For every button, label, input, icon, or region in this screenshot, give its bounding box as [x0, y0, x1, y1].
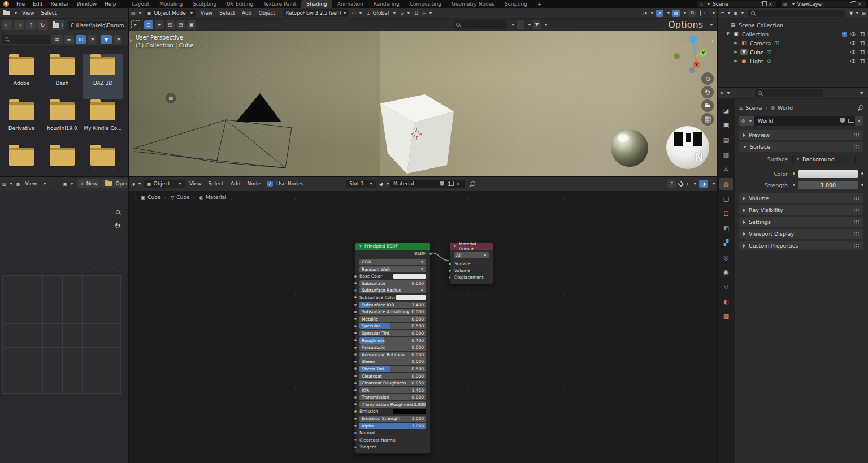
world-name-field[interactable]: World	[754, 116, 855, 126]
color-swatch[interactable]	[396, 295, 426, 300]
display-thumbnails-button[interactable]: ⊞	[76, 35, 86, 44]
node-row[interactable]: Subsurface Radius	[359, 287, 426, 293]
curve-falloff-icon[interactable]: ◠	[352, 11, 356, 16]
topbar-menu-item[interactable]: Edit	[29, 1, 46, 7]
data-badge-icon[interactable]: ▽	[766, 49, 773, 55]
pin-icon[interactable]	[858, 104, 864, 110]
view-layer-selector[interactable]: ▥ ViewLayer ×	[781, 1, 866, 7]
node-row[interactable]: Sheen Tint 0.500	[359, 366, 426, 372]
node-row[interactable]: Subsurface Anisotropy 0.000	[359, 309, 426, 315]
collapsed-panel[interactable]: Custom Properties	[739, 241, 863, 250]
input-socket[interactable]	[354, 438, 357, 442]
up-button[interactable]: ↑	[25, 20, 36, 30]
file-search-input[interactable]	[2, 35, 50, 44]
input-socket[interactable]	[354, 282, 357, 285]
expand-icon[interactable]: ▶	[734, 59, 738, 63]
material-icon[interactable]: ◕	[379, 181, 383, 187]
shader-menu-item[interactable]: Node	[244, 181, 264, 187]
folder-item[interactable]: Adobe	[1, 54, 42, 99]
folder-item[interactable]: houdini19.0	[42, 99, 83, 144]
display-vertical-list-button[interactable]: ≡	[52, 35, 62, 44]
fake-user-icon[interactable]	[840, 118, 845, 123]
expand-icon[interactable]: ▼	[726, 32, 730, 36]
outliner-item-label[interactable]: Camera	[750, 40, 771, 46]
editor-menu-icon[interactable]: ≡	[47, 180, 59, 188]
options-dropdown[interactable]: Options	[665, 19, 706, 30]
node-row[interactable]: Roughness 0.400	[359, 337, 426, 344]
select-box-extend-icon[interactable]: ▰	[155, 20, 164, 29]
viewport-menu-item[interactable]: Select	[216, 10, 238, 16]
orientation-dropdown[interactable]: Global	[372, 10, 390, 16]
workspace-tab[interactable]: Scripting	[500, 0, 532, 8]
add-workspace-button[interactable]: +	[532, 0, 547, 8]
object-icon[interactable]: ●	[740, 58, 748, 64]
input-socket[interactable]	[354, 410, 357, 413]
color-swatch[interactable]	[393, 274, 426, 279]
outliner-row[interactable]: ▶ ● Light ⊙ ✓	[718, 57, 868, 66]
forward-button[interactable]: →	[14, 20, 24, 30]
shader-editor-type-icon[interactable]: ◑	[131, 181, 135, 187]
properties-tab[interactable]	[719, 119, 733, 131]
data-badge-icon[interactable]: ⊙	[766, 58, 772, 64]
collapsed-panel[interactable]: Settings	[739, 217, 863, 227]
show-visibility-icon[interactable]: ◔	[643, 11, 647, 16]
properties-tab[interactable]	[719, 105, 733, 116]
scene-selector[interactable]: ◬ Scene ×	[697, 1, 776, 7]
object-icon[interactable]: ◧	[740, 40, 748, 46]
file-browser-menu-item[interactable]: View	[19, 10, 37, 16]
copy-icon[interactable]	[848, 119, 852, 123]
input-socket[interactable]	[448, 262, 452, 266]
filter-options-dropdown[interactable]	[114, 35, 121, 44]
input-socket[interactable]	[354, 310, 357, 314]
folder-item[interactable]: DAZ 3D	[83, 54, 123, 99]
hide-viewport-icon[interactable]	[850, 50, 856, 54]
folder-item[interactable]	[1, 144, 42, 177]
object-icon[interactable]: ▼	[740, 49, 748, 55]
shading-solid-button[interactable]	[702, 12, 704, 14]
node-row[interactable]: Clearcoat Roughness 0.030	[359, 380, 426, 386]
browse-world-button[interactable]: ◍	[739, 116, 754, 126]
drag-dots-icon[interactable]	[853, 196, 860, 200]
drag-dots-icon[interactable]	[853, 232, 860, 236]
data-badge-icon[interactable]: ◫	[773, 40, 780, 46]
input-socket[interactable]	[354, 324, 357, 328]
viewport-pan-button[interactable]	[701, 86, 714, 98]
folder-item[interactable]: Dash	[42, 54, 83, 99]
object-icon[interactable]: ▣	[732, 31, 740, 37]
input-socket[interactable]	[448, 276, 452, 279]
snap-node-icon[interactable]	[678, 180, 684, 187]
gizmo-neg-x-axis[interactable]	[680, 44, 687, 50]
shading-options-dropdown[interactable]	[712, 12, 715, 14]
hide-viewport-icon[interactable]	[850, 32, 856, 36]
node-row[interactable]: Specular Tint 0.000	[359, 330, 426, 336]
use-nodes-checkbox[interactable]: ✓	[267, 181, 273, 187]
input-socket[interactable]	[354, 367, 357, 370]
browse-image-icon[interactable]: ▣	[63, 181, 68, 187]
input-socket[interactable]	[354, 275, 357, 278]
node-row[interactable]: Transmission Roughness 0.000	[359, 401, 426, 408]
hide-viewport-icon[interactable]	[850, 41, 856, 45]
input-socket[interactable]	[354, 424, 357, 427]
gizmo-x-axis[interactable]: X	[693, 61, 700, 68]
input-socket[interactable]	[354, 431, 357, 435]
image-view-menu[interactable]: View	[21, 181, 40, 187]
slot-dropdown[interactable]: Slot 1	[346, 180, 376, 188]
drag-dots-icon[interactable]	[853, 244, 860, 248]
gizmo-neg-z-axis[interactable]	[689, 67, 695, 73]
properties-tab[interactable]	[719, 281, 733, 293]
node-row[interactable]: Subsurface IOR 1.400	[359, 302, 426, 308]
select-box-new-icon[interactable]: ▢	[144, 20, 153, 29]
properties-tab[interactable]	[719, 163, 733, 175]
workspace-tab[interactable]: Compositing	[405, 0, 446, 8]
workspace-tab[interactable]: UV Editing	[222, 0, 258, 8]
shading-material-preview-button[interactable]	[704, 12, 705, 14]
node-row[interactable]: Clearcoat Normal	[359, 437, 426, 443]
expand-icon[interactable]: ▶	[734, 50, 738, 54]
properties-tab[interactable]	[719, 149, 733, 161]
properties-tab[interactable]	[719, 296, 733, 308]
outliner-row[interactable]: ▶ ◧ Camera ◫ ✓	[718, 38, 868, 47]
workspace-tab[interactable]: Rendering	[368, 0, 405, 8]
snap-target-icon[interactable]: ⊙	[400, 11, 404, 16]
node-row[interactable]: Specular 0.500	[359, 323, 426, 329]
gizmo-y-axis[interactable]: Y	[700, 49, 707, 57]
